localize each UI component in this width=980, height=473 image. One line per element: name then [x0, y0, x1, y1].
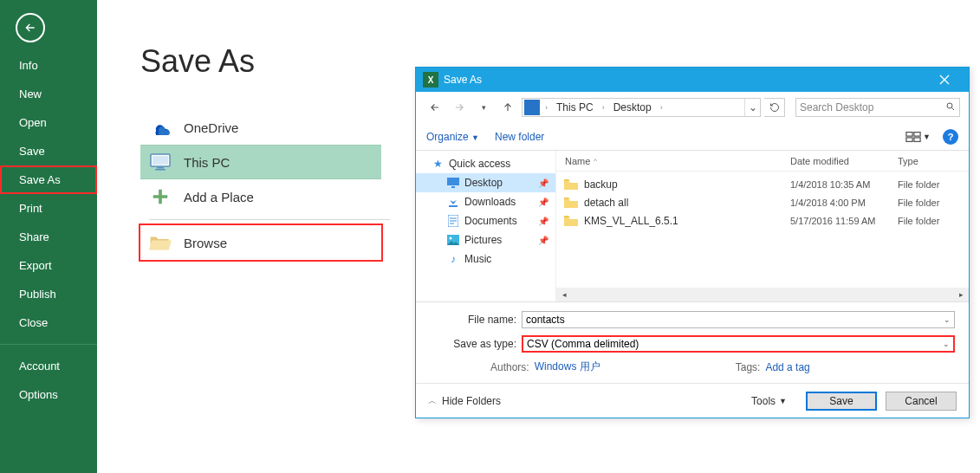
path-dropdown-button[interactable]: ⌄: [744, 99, 760, 116]
chevron-down-icon: ▼: [779, 397, 787, 405]
sidebar-item-close[interactable]: Close: [0, 308, 97, 337]
file-date: 1/4/2018 4:00 PM: [790, 198, 898, 208]
file-date: 5/17/2016 11:59 AM: [790, 216, 898, 226]
tree-desktop[interactable]: Desktop 📌: [416, 173, 555, 192]
file-row[interactable]: backup 1/4/2018 10:35 AM File folder: [556, 175, 969, 193]
place-separator: [149, 219, 390, 220]
horizontal-scrollbar[interactable]: ◂ ▸: [556, 288, 969, 301]
plus-icon: [149, 185, 172, 208]
place-label: Browse: [184, 236, 227, 250]
arrow-left-icon: [429, 101, 441, 113]
folder-open-icon: [149, 231, 172, 254]
chevron-down-icon[interactable]: ⌄: [943, 340, 950, 348]
sidebar-item-save[interactable]: Save: [0, 137, 97, 165]
place-label: OneDrive: [184, 120, 238, 135]
sidebar-item-print[interactable]: Print: [0, 194, 97, 223]
nav-recent-button[interactable]: ▾: [473, 97, 494, 118]
pictures-icon: [447, 234, 459, 246]
newfolder-button[interactable]: New folder: [495, 131, 544, 143]
back-button[interactable]: [16, 13, 45, 42]
col-date-header[interactable]: Date modified: [790, 156, 898, 166]
file-row[interactable]: KMS_VL_ALL_6.5.1 5/17/2016 11:59 AM File…: [556, 211, 969, 230]
filename-input[interactable]: contacts ⌄: [522, 311, 955, 328]
file-type: File folder: [898, 198, 969, 208]
scroll-right-icon[interactable]: ▸: [955, 288, 967, 301]
sidebar-item-new[interactable]: New: [0, 80, 97, 108]
view-icon: [905, 131, 921, 143]
sidebar-item-open[interactable]: Open: [0, 108, 97, 137]
music-icon: ♪: [447, 253, 459, 265]
file-row[interactable]: detach all 1/4/2018 4:00 PM File folder: [556, 193, 969, 211]
toolbar-row: Organize ▼ New folder ▼ ?: [416, 123, 969, 151]
file-list-header: Name ^ Date modified Type: [556, 151, 969, 172]
tools-menu[interactable]: Tools ▼: [751, 395, 787, 407]
place-thispc[interactable]: This PC: [140, 145, 381, 179]
dialog-close-button[interactable]: [927, 68, 962, 92]
chevron-up-icon: ︿: [428, 395, 437, 407]
col-name-header[interactable]: Name ^: [556, 156, 790, 166]
tags-value[interactable]: Add a tag: [765, 361, 809, 373]
path-box[interactable]: › This PC › Desktop › ⌄: [522, 98, 761, 117]
filename-value: contacts: [526, 314, 565, 326]
refresh-icon: [769, 102, 780, 113]
tree-documents[interactable]: Documents 📌: [416, 211, 555, 230]
tree-music[interactable]: ♪ Music: [416, 249, 555, 269]
crumb-desktop[interactable]: Desktop: [608, 101, 657, 113]
authors-value[interactable]: Windows 用户: [535, 360, 600, 374]
tree-pictures[interactable]: Pictures 📌: [416, 230, 555, 249]
sidebar-item-info[interactable]: Info: [0, 51, 97, 80]
col-type-header[interactable]: Type: [898, 156, 969, 166]
place-onedrive[interactable]: OneDrive: [140, 110, 381, 145]
sidebar-item-account[interactable]: Account: [0, 352, 97, 380]
organize-button[interactable]: Organize ▼: [426, 131, 479, 143]
nav-up-button[interactable]: [497, 97, 518, 118]
onedrive-icon: [149, 116, 172, 139]
chevron-right-icon: ›: [545, 103, 548, 112]
sort-asc-icon: ^: [594, 157, 597, 165]
monitor-icon: [149, 151, 172, 173]
svg-rect-5: [906, 132, 912, 136]
explorer-body: ★ Quick access Desktop 📌 Downloads 📌 Doc…: [416, 151, 969, 301]
filename-label: File name:: [430, 314, 522, 326]
authors-label: Authors:: [490, 361, 529, 373]
tree-downloads[interactable]: Downloads 📌: [416, 192, 555, 211]
chevron-down-icon: ▼: [923, 133, 931, 141]
nav-back-button[interactable]: [425, 97, 445, 118]
refresh-button[interactable]: [764, 98, 785, 117]
file-type: File folder: [898, 216, 969, 226]
view-options-button[interactable]: ▼: [905, 131, 931, 143]
dialog-titlebar: X Save As: [416, 68, 969, 92]
sidebar-item-publish[interactable]: Publish: [0, 280, 97, 308]
sidebar-item-export[interactable]: Export: [0, 251, 97, 280]
folder-tree: ★ Quick access Desktop 📌 Downloads 📌 Doc…: [416, 151, 556, 301]
chevron-right-icon: ›: [660, 103, 663, 112]
place-addplace[interactable]: Add a Place: [140, 179, 381, 214]
file-list: Name ^ Date modified Type backup 1/4/201…: [556, 151, 969, 301]
pin-icon: 📌: [538, 198, 548, 207]
search-placeholder: Search Desktop: [800, 101, 873, 113]
sidebar-item-share[interactable]: Share: [0, 223, 97, 251]
nav-forward-button: [449, 97, 470, 118]
tree-quickaccess[interactable]: ★ Quick access: [416, 154, 555, 173]
sidebar-item-options[interactable]: Options: [0, 380, 97, 409]
arrow-up-icon: [502, 101, 514, 113]
downloads-icon: [447, 196, 459, 208]
help-button[interactable]: ?: [943, 129, 958, 145]
sidebar-divider: [0, 344, 97, 345]
savetype-select[interactable]: CSV (Comma delimited) ⌄: [522, 335, 955, 353]
crumb-thispc[interactable]: This PC: [551, 101, 599, 113]
save-button[interactable]: Save: [806, 392, 877, 411]
hide-folders-button[interactable]: ︿ Hide Folders: [428, 395, 501, 407]
sidebar-item-saveas[interactable]: Save As: [0, 165, 97, 194]
folder-icon: [563, 216, 579, 226]
place-browse[interactable]: Browse: [140, 225, 381, 260]
file-type: File folder: [898, 179, 969, 190]
arrow-left-icon: [23, 21, 37, 35]
pc-icon: [524, 100, 540, 115]
file-date: 1/4/2018 10:35 AM: [790, 179, 898, 190]
cancel-button[interactable]: Cancel: [886, 392, 957, 411]
search-input[interactable]: Search Desktop: [795, 98, 960, 117]
dialog-title: Save As: [444, 74, 482, 86]
chevron-down-icon[interactable]: ⌄: [944, 315, 951, 324]
scroll-left-icon[interactable]: ◂: [558, 288, 570, 301]
